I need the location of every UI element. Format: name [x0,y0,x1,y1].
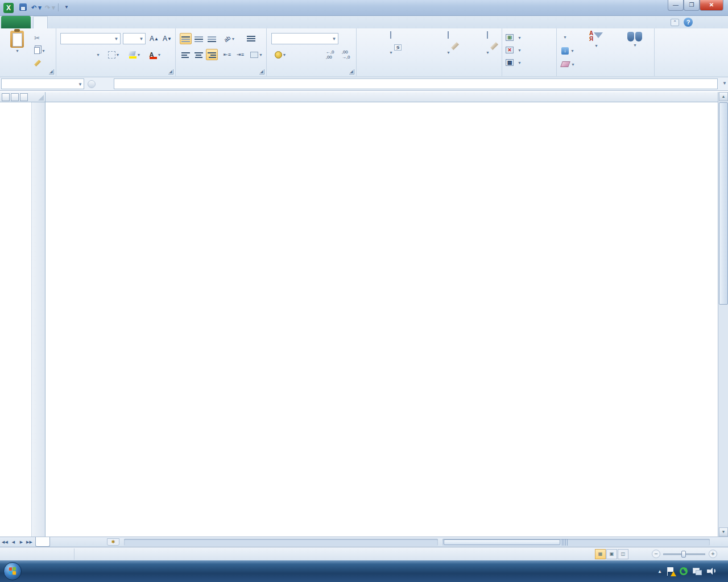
customize-qat-button[interactable]: ▼ [61,2,72,13]
align-bottom-button[interactable] [206,33,218,44]
sheet-content[interactable] [46,102,718,537]
delete-cells-button[interactable]: ✕▼ [506,45,522,55]
vertical-scrollbar[interactable]: ▲ ▼ [718,92,728,537]
insert-worksheet-button[interactable]: ✱ [107,538,119,546]
underline-dropdown[interactable]: ▼ [95,49,101,60]
first-sheet-button[interactable]: ◀◀ [1,538,9,546]
number-dialog-launcher[interactable]: ◢ [349,69,354,74]
tab-home[interactable] [33,16,48,28]
page-layout-view-button[interactable]: ▣ [606,549,617,559]
sheet-tab-active[interactable] [35,537,50,547]
increase-decimal-button[interactable]: ←,0,00 [322,49,337,60]
action-center-flag-icon[interactable] [667,567,675,576]
outline-level-2-button[interactable] [11,93,19,101]
format-cells-button[interactable]: ▤▼ [506,57,522,68]
clear-button[interactable]: ▼ [560,59,576,69]
format-as-table-button[interactable]: ▼ [421,31,475,74]
next-sheet-button[interactable]: ▶ [18,538,25,546]
fill-button[interactable]: ↓▼ [560,45,576,56]
last-sheet-button[interactable]: ▶▶ [26,538,33,546]
cell-styles-button[interactable]: ▼ [474,31,501,74]
undo-button[interactable]: ↶ ▾ [31,2,42,13]
prev-sheet-button[interactable]: ◀ [10,538,17,546]
align-center-button[interactable] [193,49,205,60]
grow-font-button[interactable]: A▲ [148,33,160,44]
outline-level-3-button[interactable] [20,93,28,101]
number-format-select[interactable]: ▼ [271,33,338,44]
scroll-down-button[interactable]: ▼ [719,527,728,537]
decrease-indent-button[interactable]: ⇤≡ [221,49,233,60]
merge-center-button[interactable]: ▼ [249,49,264,60]
shrink-font-button[interactable]: A▼ [161,33,173,44]
decrease-decimal-button[interactable]: ,00→,0 [338,49,353,60]
scrollbar-splitter[interactable] [562,539,568,546]
select-all-corner[interactable] [28,92,46,102]
volume-icon[interactable] [707,567,716,575]
help-icon[interactable]: ? [684,18,693,27]
zoom-slider-thumb[interactable] [681,551,686,558]
orientation-button[interactable]: ab▼ [221,33,238,44]
name-box-dropdown[interactable]: ▼ [78,82,82,87]
page-break-view-button[interactable]: ◫ [618,549,628,559]
wrap-text-button[interactable] [244,33,258,44]
alignment-dialog-launcher[interactable]: ◢ [259,69,264,74]
autosum-button[interactable]: ▼ [560,32,568,42]
expand-formula-bar-button[interactable]: ▼ [722,81,727,86]
align-left-button[interactable] [180,49,192,60]
align-left-icon [181,52,190,58]
scroll-up-button[interactable]: ▲ [719,92,728,101]
conditional-formatting-button[interactable]: ≶ ▼ [362,31,419,74]
tray-expand-icon[interactable]: ▲ [657,569,662,574]
sync-icon[interactable] [680,567,688,575]
font-color-button[interactable]: А ▼ [146,49,164,60]
font-size-select[interactable]: ▼ [123,33,146,44]
restore-button[interactable]: ❐ [684,0,700,11]
sort-filter-button[interactable]: АЯ ▼ [576,32,616,48]
vertical-scroll-thumb[interactable] [719,102,728,305]
horizontal-scrollbar[interactable] [442,539,710,546]
tab-formulas[interactable] [177,16,191,28]
format-painter-button[interactable] [33,58,42,68]
font-dialog-launcher[interactable]: ◢ [168,69,173,74]
accounting-format-button[interactable]: ▼ [271,49,289,60]
name-box[interactable]: ▼ [1,78,84,89]
copy-button[interactable]: ▼ [33,45,47,56]
outline-level-1-button[interactable] [2,93,10,101]
underline-button[interactable] [84,49,94,60]
find-select-button[interactable]: ▼ [617,32,652,48]
horizontal-scroll-thumb[interactable] [444,539,560,545]
tab-file[interactable] [1,16,31,28]
formula-input[interactable] [114,78,718,89]
align-top-button[interactable] [180,33,192,44]
tab-view[interactable] [320,16,333,28]
bold-button[interactable] [61,49,72,60]
normal-view-button[interactable]: ▦ [595,549,606,559]
cut-button[interactable]: ✂ [33,33,41,43]
borders-button[interactable]: ▼ [105,49,122,60]
insert-cells-button[interactable]: ⊞▼ [506,32,522,43]
increase-indent-button[interactable]: ⇥≡ [234,49,246,60]
tab-insert[interactable] [69,16,83,28]
tab-page-layout[interactable] [106,16,119,28]
minimize-ribbon-button[interactable]: ⌃ [671,19,679,26]
minimize-button[interactable]: — [668,0,684,11]
network-icon[interactable] [693,568,702,575]
paste-button[interactable]: ▼ [3,31,31,53]
pane-scroll-track[interactable] [124,539,438,546]
zoom-out-button[interactable]: − [652,550,660,558]
percent-style-button[interactable] [292,49,303,60]
align-middle-button[interactable] [193,33,205,44]
tab-data[interactable] [217,16,231,28]
align-right-button[interactable] [206,49,218,60]
zoom-in-button[interactable]: + [709,550,717,558]
tab-review[interactable] [255,16,268,28]
start-button[interactable] [3,562,22,580]
fill-color-button[interactable]: ▼ [126,49,144,60]
font-name-select[interactable]: ▼ [60,33,121,44]
save-button[interactable] [17,2,28,13]
italic-button[interactable] [73,49,83,60]
clipboard-dialog-launcher[interactable]: ◢ [49,69,54,74]
comma-style-button[interactable] [304,49,319,60]
close-button[interactable]: ✕ [700,0,723,11]
redo-button[interactable]: ↷ ▾ [44,2,56,13]
